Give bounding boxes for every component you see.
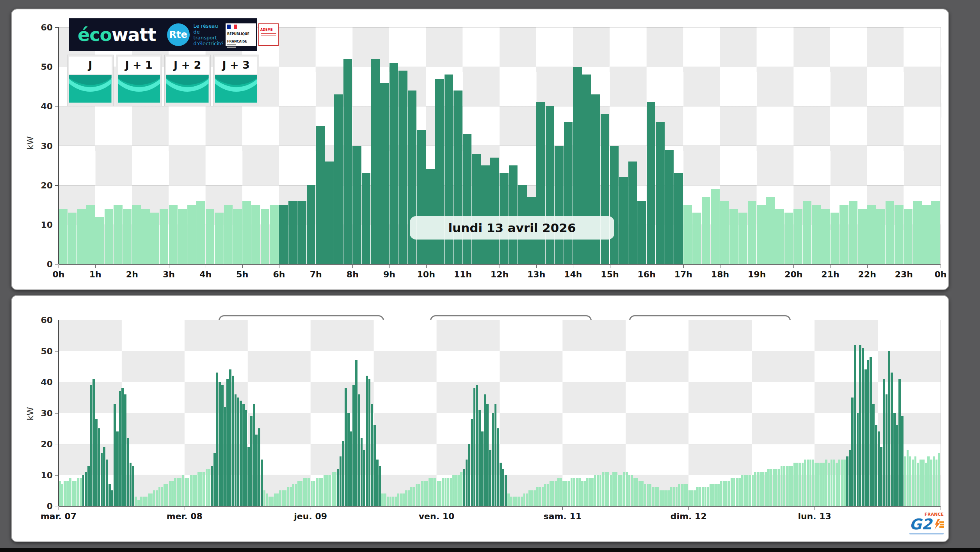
consumption-bar	[245, 410, 247, 506]
consumption-bar	[620, 475, 623, 506]
consumption-bar	[72, 481, 74, 506]
consumption-bar	[752, 475, 754, 506]
consumption-bar	[192, 475, 195, 506]
consumption-bar	[880, 447, 882, 506]
x-tick-label: 5h	[236, 270, 248, 279]
consumption-bar	[862, 348, 864, 506]
ecowatt-logo: écowatt	[78, 24, 156, 45]
consumption-bar	[904, 209, 913, 264]
consumption-bar	[473, 388, 476, 506]
consumption-bar	[187, 478, 190, 506]
consumption-bar	[237, 398, 239, 506]
consumption-bar	[235, 394, 237, 506]
consumption-bar	[311, 481, 313, 506]
x-tick-label: jeu. 09	[294, 511, 327, 521]
consumption-bar	[206, 209, 215, 264]
consumption-bar	[417, 130, 426, 264]
consumption-bar	[778, 469, 780, 506]
x-tick	[688, 507, 689, 510]
consumption-bar	[536, 102, 545, 264]
y-tick-label: 20	[25, 439, 53, 449]
forecast-tile-j-plus-3[interactable]: J + 3	[213, 55, 260, 106]
consumption-bar	[98, 428, 100, 506]
consumption-bar	[652, 487, 654, 506]
consumption-bar	[398, 71, 407, 264]
x-tick	[390, 265, 390, 268]
consumption-bar	[665, 150, 674, 264]
consumption-bar	[578, 478, 581, 506]
consumption-bar	[307, 185, 316, 264]
consumption-bar	[803, 201, 812, 264]
consumption-bar	[266, 493, 268, 506]
x-tick	[647, 265, 647, 268]
consumption-bar	[557, 478, 560, 506]
consumption-bar	[261, 209, 270, 264]
screen-bottom-strip	[0, 548, 980, 552]
consumption-bar	[927, 456, 930, 506]
x-tick-label: 14h	[564, 270, 582, 279]
y-tick	[55, 351, 58, 351]
consumption-bar	[565, 481, 567, 506]
consumption-bar	[688, 490, 691, 506]
x-tick-label: 0h	[935, 270, 947, 279]
consumption-bar	[510, 497, 512, 506]
consumption-bar	[77, 478, 79, 506]
motto-lines	[227, 44, 254, 48]
consumption-bar	[920, 460, 922, 506]
y-tick	[55, 27, 58, 28]
consumption-bar	[374, 425, 376, 506]
consumption-bar	[922, 460, 925, 506]
consumption-bar	[867, 205, 876, 264]
forecast-tile-j[interactable]: J	[67, 55, 114, 106]
consumption-bar	[471, 419, 473, 506]
x-tick-label: 6h	[273, 270, 285, 279]
consumption-bar	[387, 497, 389, 506]
x-tick-label: lun. 13	[798, 511, 831, 521]
consumption-bar	[542, 487, 544, 506]
consumption-bar	[793, 209, 802, 264]
consumption-bar	[358, 394, 360, 506]
x-tick	[352, 265, 353, 268]
y-tick-label: 40	[25, 101, 53, 111]
consumption-bar	[408, 490, 410, 506]
consumption-bar	[481, 165, 490, 264]
consumption-bar	[380, 83, 389, 264]
consumption-bar	[639, 481, 641, 506]
consumption-bar	[340, 456, 342, 506]
consumption-bar	[148, 493, 150, 506]
consumption-bar	[828, 463, 830, 506]
forecast-tile-j-plus-1[interactable]: J + 1	[116, 55, 162, 106]
y-tick-label: 20	[25, 180, 53, 190]
consumption-bar	[615, 472, 617, 506]
daily-chart-panel: écowatt Rte Le réseau de transport d'éle…	[11, 9, 949, 290]
consumption-bar	[913, 201, 922, 264]
consumption-bar	[242, 201, 251, 264]
y-tick-label: 60	[25, 23, 53, 32]
consumption-bar	[379, 466, 381, 506]
consumption-bar	[931, 201, 940, 264]
y-axis-line	[58, 320, 59, 506]
consumption-bar	[907, 450, 909, 506]
consumption-bar	[665, 490, 667, 506]
consumption-bar	[253, 404, 255, 506]
consumption-bar	[355, 360, 357, 506]
forecast-tile-j-plus-2[interactable]: J + 2	[164, 55, 211, 106]
consumption-bar	[452, 475, 455, 506]
consumption-bar	[352, 146, 361, 264]
consumption-bar	[612, 472, 615, 506]
weekly-consumption-chart[interactable]	[59, 320, 941, 506]
consumption-bar	[232, 376, 234, 506]
x-tick	[683, 265, 684, 268]
consumption-bar	[804, 460, 806, 506]
x-tick	[169, 265, 169, 268]
consumption-bar	[667, 490, 670, 506]
x-tick	[59, 507, 59, 510]
consumption-bar	[766, 197, 775, 264]
consumption-bar	[297, 481, 300, 506]
consumption-bar	[429, 478, 431, 506]
consumption-bar	[145, 497, 148, 506]
consumption-bar	[179, 478, 181, 506]
consumption-bar	[226, 379, 229, 506]
consumption-bar	[450, 478, 452, 506]
consumption-bar	[366, 376, 368, 506]
